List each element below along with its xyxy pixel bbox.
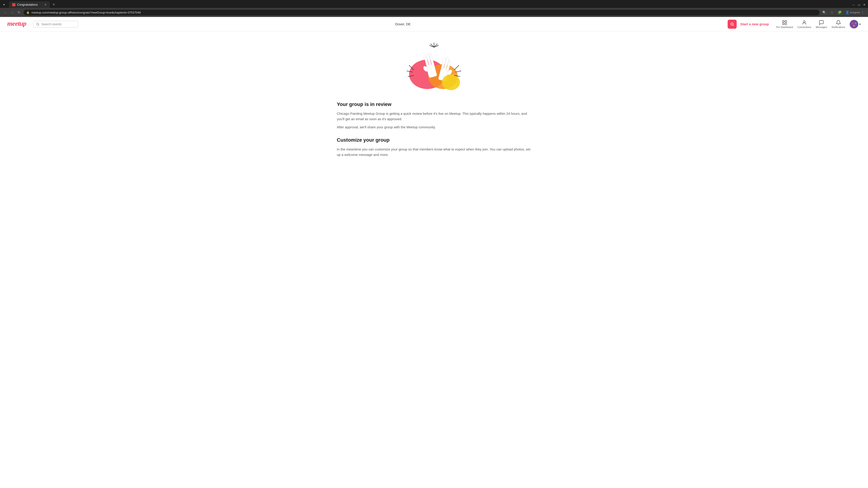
- close-button[interactable]: ✕: [863, 3, 866, 6]
- svg-line-4: [733, 25, 734, 26]
- pro-dashboard-icon: [782, 20, 787, 25]
- review-body-1: Chicago Painting Meetup Group is getting…: [337, 111, 531, 122]
- forward-button[interactable]: →: [9, 9, 16, 15]
- toolbar-actions: 🔍 ☆ 🧩 👤 Incognito ⋮: [821, 9, 866, 15]
- browser-toolbar: ← → ↻ 🔒 meetup.com/meetup-group-ulfhsivo…: [0, 8, 868, 17]
- messages-label: Messages: [816, 26, 827, 29]
- svg-rect-6: [785, 21, 786, 22]
- connections-label: Connections: [798, 26, 811, 29]
- start-new-group-link[interactable]: Start a new group: [740, 22, 769, 26]
- pro-dashboard-label: Pro Dashboard: [776, 26, 793, 29]
- svg-point-9: [803, 21, 805, 23]
- svg-point-11: [851, 22, 853, 24]
- svg-rect-8: [785, 23, 786, 25]
- avatar-icon: [850, 20, 858, 29]
- user-avatar-area[interactable]: ▾: [850, 20, 861, 29]
- search-icon: [36, 22, 39, 26]
- user-dropdown-chevron: ▾: [859, 22, 861, 26]
- menu-button[interactable]: ⋮: [860, 9, 866, 15]
- user-avatar: [850, 20, 858, 29]
- nav-icons: Pro Dashboard Connections Messages Notif…: [776, 20, 845, 29]
- tab-nav-group: ▼: [2, 2, 6, 7]
- browser-chrome: ▼ Congratulations ✕ + ─ ▭ ✕ ← → ↻ 🔒 meet…: [0, 0, 868, 17]
- connections-nav[interactable]: Connections: [798, 20, 811, 29]
- search-toolbar-button[interactable]: 🔍: [821, 9, 827, 15]
- lock-icon: 🔒: [26, 11, 30, 14]
- reload-button[interactable]: ↻: [16, 9, 22, 15]
- customize-section: Customize your group In the meantime you…: [337, 137, 531, 158]
- tab-close-button[interactable]: ✕: [44, 3, 46, 6]
- window-controls: ─ ▭ ✕: [852, 3, 866, 6]
- svg-point-1: [37, 23, 39, 25]
- svg-line-35: [454, 65, 459, 70]
- svg-rect-5: [782, 21, 784, 22]
- notifications-icon: [836, 20, 841, 25]
- messages-nav[interactable]: Messages: [816, 20, 827, 29]
- customize-body: In the meantime you can customize your g…: [337, 147, 531, 158]
- svg-point-31: [442, 74, 460, 90]
- svg-line-2: [38, 25, 39, 26]
- review-body-2: After approval, we'll share your group w…: [337, 125, 531, 130]
- search-submit-icon: [730, 22, 734, 26]
- svg-rect-7: [782, 23, 784, 25]
- high-five-illustration: [400, 40, 468, 92]
- review-section: Your group is in review Chicago Painting…: [337, 101, 531, 130]
- extensions-button[interactable]: 🧩: [836, 9, 843, 15]
- location-display: Dover, DE: [82, 22, 724, 26]
- review-section-title: Your group is in review: [337, 101, 531, 107]
- tab-favicon: [12, 3, 16, 6]
- nav-buttons: ← → ↻: [2, 9, 22, 15]
- meetup-logo-icon: meetup: [7, 20, 28, 27]
- tab-list-button[interactable]: ▼: [2, 2, 6, 7]
- svg-point-13: [853, 25, 855, 27]
- celebration-illustration-container: [337, 40, 531, 92]
- site-logo[interactable]: meetup: [7, 20, 28, 29]
- minimize-button[interactable]: ─: [852, 3, 855, 6]
- search-submit-button[interactable]: [727, 20, 737, 29]
- notifications-label: Notifications: [832, 26, 845, 29]
- active-tab[interactable]: Congratulations ✕: [9, 1, 50, 8]
- search-bar[interactable]: Search events: [33, 21, 78, 28]
- tab-title: Congratulations: [17, 3, 42, 6]
- tab-bar: ▼ Congratulations ✕ + ─ ▭ ✕: [0, 0, 868, 8]
- customize-section-title: Customize your group: [337, 137, 531, 143]
- connections-icon: [802, 20, 807, 25]
- search-placeholder: Search events: [41, 22, 62, 26]
- main-content: Your group is in review Chicago Painting…: [332, 31, 536, 174]
- pro-dashboard-nav[interactable]: Pro Dashboard: [776, 20, 793, 29]
- site-header: meetup Search events Dover, DE Start a n…: [0, 17, 868, 31]
- back-button[interactable]: ←: [2, 9, 8, 15]
- notifications-nav[interactable]: Notifications: [832, 20, 845, 29]
- bookmark-button[interactable]: ☆: [829, 9, 835, 15]
- svg-text:meetup: meetup: [7, 20, 26, 27]
- svg-point-10: [850, 20, 858, 29]
- messages-icon: [819, 20, 824, 25]
- maximize-button[interactable]: ▭: [857, 3, 861, 6]
- incognito-label: Incognito: [852, 9, 858, 15]
- address-bar[interactable]: 🔒 meetup.com/meetup-group-ulfhsivo/congr…: [24, 10, 819, 15]
- url-display: meetup.com/meetup-group-ulfhsivo/congrat…: [31, 11, 817, 14]
- new-tab-button[interactable]: +: [51, 2, 57, 8]
- svg-point-3: [731, 23, 733, 25]
- profile-button[interactable]: 👤: [844, 9, 850, 15]
- svg-point-12: [855, 22, 857, 24]
